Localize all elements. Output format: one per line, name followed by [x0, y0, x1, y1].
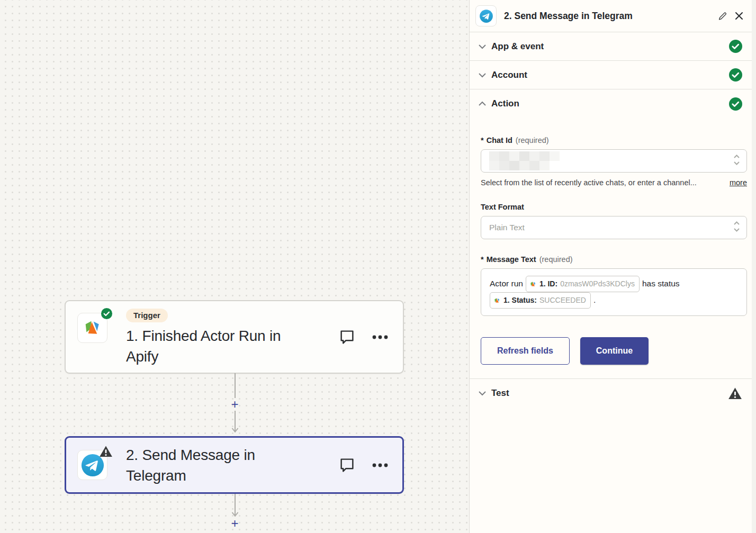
warning-triangle-icon — [99, 445, 113, 460]
success-check-icon — [101, 308, 113, 322]
panel-scrollbar[interactable] — [752, 0, 756, 533]
trigger-title-line2: Apify — [126, 348, 158, 365]
chevron-up-icon — [478, 101, 488, 106]
action-step-card[interactable]: 2. Send Message in Telegram — [65, 436, 404, 494]
select-chevrons-icon — [733, 221, 740, 234]
rename-step-button[interactable] — [718, 12, 727, 21]
section-app-and-event[interactable]: App & event — [470, 32, 756, 61]
section-label: App & event — [491, 41, 729, 52]
refresh-fields-button[interactable]: Refresh fields — [481, 337, 570, 365]
panel-header: 2. Send Message in Telegram — [470, 0, 756, 32]
continue-button[interactable]: Continue — [580, 337, 649, 365]
token-label: 1. Status: — [503, 293, 537, 308]
section-label: Action — [491, 98, 729, 109]
step-settings-panel: 2. Send Message in Telegram App & e — [470, 0, 756, 533]
add-note-button[interactable] — [339, 329, 355, 345]
telegram-app-tile — [475, 5, 497, 26]
trigger-badge: Trigger — [126, 309, 168, 322]
warning-triangle-icon — [728, 386, 742, 400]
action-title-line2: Telegram — [126, 467, 186, 484]
trigger-title-line1: 1. Finished Actor Run in — [126, 328, 281, 344]
apify-icon — [529, 281, 537, 288]
chat-id-select[interactable] — [481, 149, 747, 173]
more-link[interactable]: more — [730, 178, 747, 187]
text-format-value: Plain Text — [489, 223, 525, 232]
success-check-icon — [729, 40, 742, 53]
text-format-label: Text Format — [481, 203, 747, 211]
add-step-button-2[interactable]: + — [231, 517, 238, 530]
section-action[interactable]: Action — [470, 89, 756, 118]
chat-id-help-text: Select from the list of recently active … — [481, 178, 723, 187]
section-label: Account — [491, 70, 729, 80]
chat-id-label: *Chat Id(required) — [481, 136, 747, 144]
comment-icon — [339, 457, 355, 473]
add-step-button-1[interactable]: + — [231, 398, 238, 411]
section-account[interactable]: Account — [470, 61, 756, 89]
ellipsis-icon — [372, 335, 388, 339]
step-more-options-button[interactable] — [372, 335, 388, 339]
token-label: 1. ID: — [539, 277, 557, 291]
connector-2: + — [0, 494, 470, 530]
message-prefix-text: Actor run — [490, 279, 523, 288]
required-note: (required) — [539, 255, 573, 264]
action-form: *Chat Id(required) Select from the list … — [470, 118, 756, 365]
telegram-app-tile — [77, 450, 107, 480]
arrow-down-icon — [231, 494, 239, 517]
workflow-canvas[interactable]: Trigger 1. Finished Actor Run in Apify + — [0, 0, 470, 533]
arrow-down-icon — [231, 411, 239, 433]
required-note: (required) — [516, 136, 549, 144]
section-test[interactable]: Test — [470, 379, 756, 408]
ellipsis-icon — [372, 463, 388, 467]
edit-pencil-icon — [718, 12, 727, 21]
close-panel-button[interactable] — [735, 12, 743, 20]
mapped-field-token-status[interactable]: 1. Status:SUCCEEDED — [490, 292, 591, 309]
required-marker: * — [481, 136, 484, 144]
connector-1: + — [0, 373, 470, 433]
token-value: 0zmasW0Pds3KDClys — [560, 277, 635, 291]
panel-title: 2. Send Message in Telegram — [504, 11, 718, 22]
connector-line — [232, 373, 238, 398]
action-step-title: 2. Send Message in Telegram — [126, 445, 333, 486]
trigger-step-card[interactable]: Trigger 1. Finished Actor Run in Apify — [65, 300, 404, 374]
trigger-step-title: 1. Finished Actor Run in Apify — [126, 326, 333, 367]
apify-icon — [82, 318, 103, 339]
success-check-icon — [729, 97, 742, 111]
message-suffix-text: . — [593, 295, 596, 304]
select-chevrons-icon — [733, 154, 740, 168]
text-format-label-text: Text Format — [481, 203, 524, 211]
action-title-line1: 2. Send Message in — [126, 447, 255, 463]
mapped-field-token-id[interactable]: 1. ID:0zmasW0Pds3KDClys — [526, 276, 640, 292]
token-value: SUCCEEDED — [539, 293, 586, 308]
message-text-input[interactable]: Actor run1. ID:0zmasW0Pds3KDClyshas stat… — [481, 268, 747, 316]
apify-app-tile — [77, 313, 107, 343]
message-text-label-text: Message Text — [487, 255, 536, 264]
chat-id-label-text: Chat Id — [487, 136, 512, 144]
chevron-down-icon — [478, 44, 488, 49]
section-label: Test — [491, 388, 728, 399]
success-check-icon — [729, 68, 742, 82]
message-middle-text: has status — [642, 279, 680, 288]
add-note-button[interactable] — [339, 457, 355, 473]
step-more-options-button[interactable] — [372, 463, 388, 467]
chat-id-redacted-value — [489, 151, 574, 171]
comment-icon — [339, 329, 355, 345]
apify-icon — [493, 297, 501, 304]
required-marker: * — [481, 255, 484, 264]
chevron-down-icon — [478, 73, 488, 78]
text-format-select[interactable]: Plain Text — [481, 216, 747, 239]
zapier-editor: Trigger 1. Finished Actor Run in Apify + — [0, 0, 756, 533]
chevron-down-icon — [478, 391, 488, 396]
telegram-icon — [479, 9, 493, 23]
close-icon — [735, 12, 743, 20]
message-text-label: *Message Text(required) — [481, 255, 747, 264]
